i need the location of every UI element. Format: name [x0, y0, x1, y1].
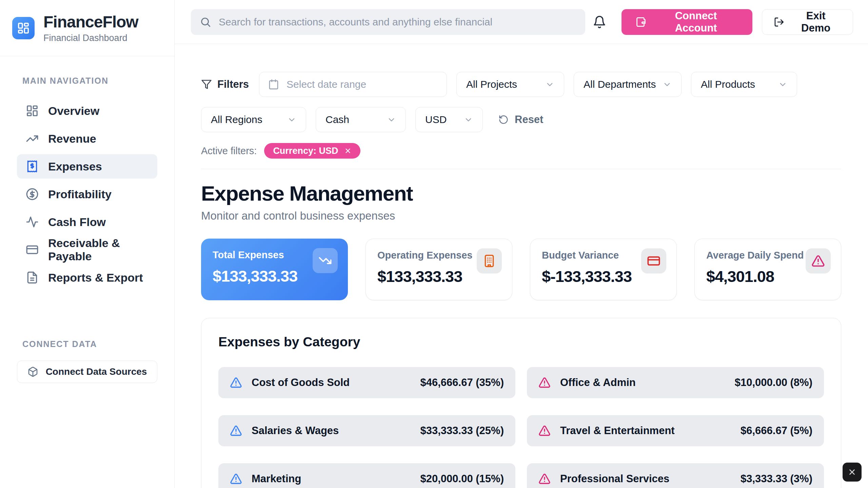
brand: FinanceFlow Financial Dashboard — [0, 0, 174, 56]
sidebar-item-label: Cash Flow — [48, 216, 106, 229]
alert-triangle-icon — [806, 248, 831, 273]
filters-label: Filters — [201, 78, 249, 90]
sidebar-item-profitability[interactable]: Profitability — [17, 182, 157, 206]
main-area: Connect Account Exit Demo Filters Select… — [175, 0, 868, 488]
category-name: Professional Services — [560, 473, 731, 485]
alert-triangle-icon — [538, 425, 551, 437]
currency-filter-chip[interactable]: Currency: USD — [264, 143, 360, 159]
notifications-button[interactable] — [593, 15, 607, 29]
connect-data-sources-button[interactable]: Connect Data Sources — [17, 361, 157, 383]
chevron-down-icon — [387, 115, 396, 124]
funnel-icon — [201, 79, 212, 90]
category-grid: Cost of Goods Sold $46,666.67 (35%) Offi… — [218, 367, 824, 488]
close-icon — [848, 468, 856, 476]
alert-triangle-icon — [538, 473, 551, 485]
layout-dashboard-icon — [26, 104, 39, 117]
close-button[interactable] — [843, 463, 862, 482]
currency-filter[interactable]: USD — [415, 107, 483, 132]
sidebar-item-label: Reports & Export — [48, 271, 143, 284]
sidebar-item-reports-export[interactable]: Reports & Export — [17, 265, 157, 290]
activity-icon — [26, 216, 39, 228]
alert-triangle-icon — [230, 377, 242, 389]
rotate-ccw-icon — [498, 115, 509, 125]
sidebar-item-receivable-payable[interactable]: Receivable & Payable — [17, 238, 157, 262]
category-row: Marketing $20,000.00 (15%) — [218, 463, 515, 488]
search-icon — [200, 16, 211, 28]
stat-card-average-daily-spend[interactable]: Average Daily Spend $4,301.08 — [694, 239, 841, 300]
page-subtitle: Monitor and control business expenses — [201, 209, 841, 222]
brand-name: FinanceFlow — [43, 13, 138, 31]
alert-triangle-icon — [230, 425, 242, 437]
sidebar-item-cash-flow[interactable]: Cash Flow — [17, 210, 157, 234]
regions-filter[interactable]: All Regions — [201, 107, 306, 132]
connect-data-sources-label: Connect Data Sources — [46, 366, 147, 377]
app-logo — [12, 17, 35, 39]
sidebar-spacer — [0, 290, 174, 339]
active-filters-label: Active filters: — [201, 145, 257, 157]
alert-triangle-icon — [230, 473, 242, 485]
section-title: Expenses by Category — [218, 334, 824, 349]
topbar: Connect Account Exit Demo — [175, 0, 868, 44]
category-amount: $6,666.67 (5%) — [741, 425, 812, 437]
stat-cards: Total Expenses $133,333.33 Operating Exp… — [201, 239, 841, 300]
reset-filters-button[interactable]: Reset — [498, 114, 543, 126]
nav-section-header: MAIN NAVIGATION — [0, 76, 174, 86]
sidebar-item-revenue[interactable]: Revenue — [17, 126, 157, 151]
app-root: FinanceFlow Financial Dashboard MAIN NAV… — [0, 0, 868, 488]
chevron-down-icon — [778, 80, 787, 89]
chevron-down-icon — [464, 115, 473, 124]
sidebar: FinanceFlow Financial Dashboard MAIN NAV… — [0, 0, 175, 488]
search-bar[interactable] — [191, 9, 585, 35]
category-row: Office & Admin $10,000.00 (8%) — [527, 367, 824, 398]
trending-down-icon — [313, 248, 338, 273]
credit-card-icon — [641, 248, 666, 273]
section-divider — [201, 169, 841, 169]
basis-filter[interactable]: Cash — [316, 107, 406, 132]
bell-icon — [593, 15, 607, 29]
brand-subtitle: Financial Dashboard — [43, 33, 138, 43]
filters-row-1: Filters Select date range All Projects A… — [201, 72, 841, 97]
connect-account-label: Connect Account — [653, 10, 739, 34]
file-text-icon — [26, 271, 39, 284]
category-row: Travel & Entertainment $6,666.67 (5%) — [527, 415, 824, 446]
expenses-by-category-card: Expenses by Category Cost of Goods Sold … — [201, 318, 841, 488]
page-content: Filters Select date range All Projects A… — [175, 44, 868, 488]
wallet-icon — [635, 16, 647, 28]
search-input[interactable] — [219, 16, 576, 28]
category-amount: $46,666.67 (35%) — [420, 377, 504, 389]
projects-filter[interactable]: All Projects — [456, 72, 564, 97]
departments-filter[interactable]: All Departments — [574, 72, 682, 97]
circle-dollar-icon — [26, 188, 39, 201]
sidebar-item-expenses[interactable]: Expenses — [17, 154, 157, 179]
calendar-icon — [268, 79, 279, 90]
category-name: Cost of Goods Sold — [252, 377, 411, 389]
chevron-down-icon — [287, 115, 296, 124]
credit-card-icon — [26, 243, 39, 256]
products-filter[interactable]: All Products — [691, 72, 797, 97]
close-icon[interactable] — [344, 147, 352, 155]
sidebar-item-label: Profitability — [48, 188, 112, 201]
stat-card-total-expenses[interactable]: Total Expenses $133,333.33 — [201, 239, 348, 300]
trending-up-icon — [26, 132, 39, 145]
date-range-input[interactable]: Select date range — [259, 72, 447, 97]
package-icon — [27, 366, 38, 377]
receipt-icon — [26, 160, 39, 173]
category-amount: $3,333.33 (3%) — [741, 473, 812, 485]
sidebar-item-label: Revenue — [48, 132, 96, 145]
exit-demo-button[interactable]: Exit Demo — [762, 9, 853, 35]
chevron-down-icon — [545, 80, 554, 89]
sidebar-item-overview[interactable]: Overview — [17, 99, 157, 123]
category-row: Professional Services $3,333.33 (3%) — [527, 463, 824, 488]
category-amount: $20,000.00 (15%) — [420, 473, 504, 485]
stat-card-operating-expenses[interactable]: Operating Expenses $133,333.33 — [366, 239, 512, 300]
category-name: Travel & Entertainment — [560, 425, 731, 437]
exit-demo-label: Exit Demo — [790, 10, 841, 34]
filters-row-2: All Regions Cash USD Reset — [201, 107, 841, 132]
chevron-down-icon — [663, 80, 672, 89]
connect-data-header: CONNECT DATA — [0, 339, 174, 349]
connect-account-button[interactable]: Connect Account — [622, 9, 752, 35]
alert-triangle-icon — [538, 377, 551, 389]
category-row: Cost of Goods Sold $46,666.67 (35%) — [218, 367, 515, 398]
category-name: Salaries & Wages — [252, 425, 411, 437]
stat-card-budget-variance[interactable]: Budget Variance $-133,333.33 — [530, 239, 677, 300]
